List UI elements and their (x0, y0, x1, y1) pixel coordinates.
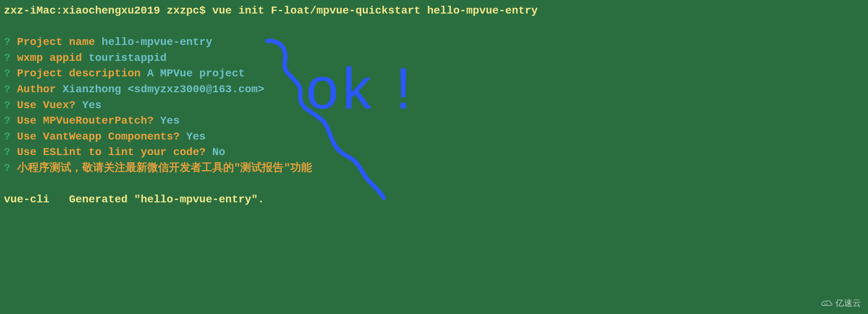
question-mark: ? (4, 131, 10, 143)
prompt-line: ? Author Xianzhong <sdmyzxz3000@163.com> (4, 82, 864, 98)
prompt-label: Author (17, 83, 56, 95)
prompt-line: ? wxmp appid touristappid (4, 50, 864, 66)
blank-line (4, 19, 864, 35)
svg-point-1 (827, 303, 827, 304)
prompt-label: 小程序测试，敬请关注最新微信开发者工具的"测试报告"功能 (17, 162, 312, 174)
prompt-label: Project name (17, 36, 95, 48)
prompt-line: ? 小程序测试，敬请关注最新微信开发者工具的"测试报告"功能 (4, 160, 864, 176)
prompt-value: A MPVue project (147, 67, 245, 79)
question-mark: ? (4, 146, 10, 158)
prompt-user: zxzpc (167, 5, 199, 17)
prompt-line: ? Project name hello-mpvue-entry (4, 35, 864, 50)
prompt-value: hello-mpvue-entry (102, 36, 212, 48)
prompt-line: ? Use Vuex? Yes (4, 98, 864, 114)
watermark: 亿速云 (820, 297, 861, 309)
separator-dot: · (56, 193, 62, 205)
result-line: vue-cli · Generated "hello-mpvue-entry". (4, 192, 864, 208)
prompt-label: wxmp appid (17, 52, 82, 64)
prompt-label: Use ESLint to lint your code? (17, 146, 206, 158)
prompt-line: ? Use ESLint to lint your code? No (4, 145, 864, 160)
prompt-value: touristappid (88, 52, 167, 64)
prompt-label: Project description (17, 67, 141, 79)
prompt-label: Use VantWeapp Components? (17, 131, 180, 143)
prompt-label: Use Vuex? (17, 99, 76, 111)
prompt-value: Xianzhong <sdmyzxz3000@163.com> (62, 83, 264, 95)
prompt-host: zxz-iMac (4, 5, 56, 17)
question-mark: ? (4, 115, 10, 127)
question-mark: ? (4, 99, 10, 111)
result-message: Generated "hello-mpvue-entry". (69, 193, 264, 205)
prompt-dir: xiaochengxu2019 (62, 5, 160, 17)
prompt-value: Yes (160, 115, 179, 127)
prompt-symbol: $ (199, 5, 206, 17)
result-tool: vue-cli (4, 193, 50, 205)
prompts-container: ? Project name hello-mpvue-entry? wxmp a… (4, 35, 864, 176)
prompt-value: Yes (186, 131, 206, 143)
prompt-value: No (212, 146, 226, 158)
prompt-label: Use MPVueRouterPatch? (17, 115, 154, 127)
svg-point-0 (825, 303, 825, 304)
question-mark: ? (4, 83, 10, 95)
prompt-line: ? Use MPVueRouterPatch? Yes (4, 113, 864, 129)
prompt-line: ? Project description A MPVue project (4, 66, 864, 82)
watermark-text: 亿速云 (835, 297, 861, 309)
terminal-command-line: zxz-iMac:xiaochengxu2019 zxzpc$ vue init… (4, 3, 864, 19)
question-mark: ? (4, 67, 10, 79)
cloud-icon (820, 299, 833, 307)
question-mark: ? (4, 52, 10, 64)
prompt-value: Yes (82, 99, 102, 111)
question-mark: ? (4, 36, 10, 48)
question-mark: ? (4, 162, 10, 174)
command-text: vue init F-loat/mpvue-quickstart hello-m… (212, 5, 538, 17)
prompt-line: ? Use VantWeapp Components? Yes (4, 129, 864, 145)
blank-line (4, 176, 864, 192)
